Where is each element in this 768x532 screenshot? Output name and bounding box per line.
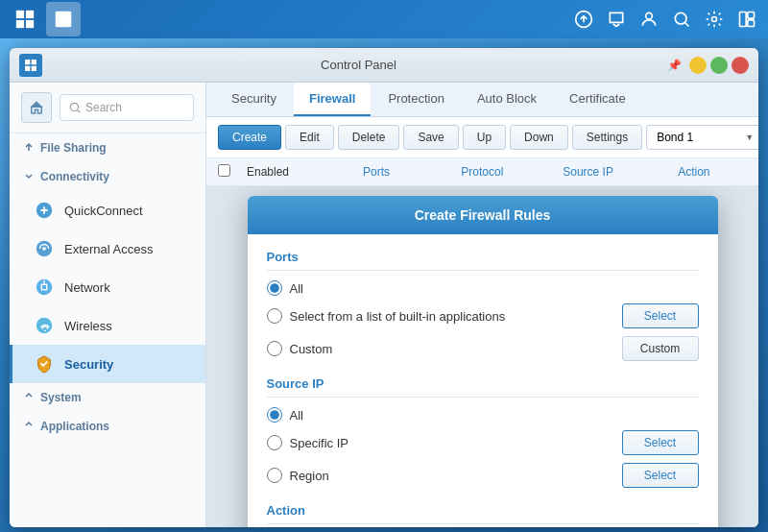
panels-icon[interactable]: [733, 6, 760, 33]
dialog-section-sourceip: Source IP All Specific IP Select: [267, 376, 699, 488]
create-button[interactable]: Create: [218, 125, 281, 150]
sidebar-category-applications[interactable]: Applications: [10, 412, 205, 441]
taskbar: [0, 0, 768, 38]
filesharing-label: File Sharing: [40, 141, 107, 155]
svg-rect-13: [740, 12, 747, 27]
sourceip-all-radio[interactable]: [267, 407, 282, 423]
sidebar-item-externalaccess[interactable]: External Access: [10, 230, 205, 268]
ports-all-label: All: [290, 281, 699, 296]
ports-custom-radio[interactable]: [267, 341, 282, 356]
dialog-overlay: Create Firewall Rules Ports All: [206, 186, 758, 527]
sourceip-region-row: Region Select: [267, 463, 699, 488]
sidebar-section-system: System: [10, 383, 205, 412]
quickconnect-label: QuickConnect: [64, 204, 143, 218]
user-icon[interactable]: [636, 6, 662, 33]
settings-icon[interactable]: [701, 6, 728, 33]
applications-label: Applications: [40, 420, 109, 433]
control-panel-window: Control Panel 📌 Search: [10, 48, 758, 527]
quickconnect-icon: [34, 200, 55, 221]
window-title: Control Panel: [50, 58, 667, 72]
sidebar-item-security[interactable]: Security: [10, 345, 205, 383]
network-icon: [34, 277, 55, 298]
close-button[interactable]: [732, 57, 749, 74]
ports-list-row: Select from a list of built-in applicati…: [267, 303, 699, 328]
ports-list-radio[interactable]: [267, 308, 282, 324]
ports-custom-row: Custom Custom: [267, 336, 699, 361]
table-header: Enabled Ports Protocol Source IP Action: [206, 158, 758, 186]
sidebar-item-quickconnect[interactable]: QuickConnect: [10, 191, 205, 230]
window-body: Search File Sharing Connectivity: [10, 83, 758, 527]
security-icon: [34, 353, 55, 375]
tab-firewall[interactable]: Firewall: [294, 83, 371, 116]
ports-select-button[interactable]: Select: [622, 303, 699, 328]
sourceip-region-label: Region: [290, 469, 614, 483]
settings-button[interactable]: Settings: [572, 125, 642, 150]
content-area: Create Firewall Rules Ports All: [206, 186, 758, 527]
svg-rect-0: [16, 11, 24, 18]
ports-custom-button[interactable]: Custom: [622, 336, 699, 361]
edit-button[interactable]: Edit: [285, 125, 334, 150]
toolbar: Create Edit Delete Save Up Down Settings…: [206, 117, 758, 158]
sidebar-item-network[interactable]: Network: [10, 268, 205, 306]
bond-select-wrapper: Bond 1 Bond 2 LAN 1 LAN 2: [646, 125, 758, 150]
sidebar-category-filesharing[interactable]: File Sharing: [10, 133, 205, 162]
dialog-header: Create Firewall Rules: [248, 196, 718, 234]
tab-protection[interactable]: Protection: [372, 83, 460, 116]
sidebar-section-applications: Applications: [10, 412, 205, 441]
sourceip-all-label: All: [290, 408, 699, 423]
svg-rect-14: [748, 12, 755, 19]
sourceip-specific-radio[interactable]: [267, 435, 282, 450]
security-label: Security: [64, 357, 113, 372]
sidebar-home: Search: [10, 83, 205, 133]
create-firewall-dialog: Create Firewall Rules Ports All: [248, 196, 718, 527]
sourceip-section-title: Source IP: [267, 376, 699, 398]
chat-icon[interactable]: [603, 6, 630, 33]
window-controls: [689, 57, 749, 74]
dialog-body: Ports All Select from a list of built-in…: [248, 234, 718, 527]
sidebar-category-connectivity[interactable]: Connectivity: [10, 162, 205, 191]
delete-button[interactable]: Delete: [338, 125, 400, 150]
grid-icon[interactable]: [8, 2, 42, 36]
svg-point-10: [675, 12, 686, 24]
svg-rect-3: [26, 20, 34, 28]
sourceip-region-button[interactable]: Select: [622, 463, 699, 488]
upload-icon[interactable]: [570, 6, 597, 33]
maximize-button[interactable]: [710, 57, 728, 74]
svg-rect-19: [32, 65, 36, 70]
wireless-icon: [34, 315, 55, 336]
minimize-button[interactable]: [689, 57, 707, 74]
external-access-icon: [34, 238, 55, 259]
ports-all-radio[interactable]: [267, 280, 282, 296]
save-button[interactable]: Save: [403, 125, 458, 150]
search-icon[interactable]: [668, 6, 695, 33]
sourceip-region-radio[interactable]: [267, 468, 282, 483]
ports-section-title: Ports: [267, 250, 699, 271]
sourceip-all-row: All: [267, 407, 699, 423]
pin-button[interactable]: 📌: [667, 59, 682, 72]
svg-point-20: [70, 103, 78, 110]
titlebar: Control Panel 📌: [10, 48, 758, 83]
sourceip-select-button[interactable]: Select: [622, 430, 699, 455]
th-ports: Ports: [324, 165, 429, 179]
dialog-section-action: Action Allow Deny: [267, 503, 699, 527]
home-button[interactable]: [21, 92, 52, 123]
tab-security[interactable]: Security: [216, 83, 292, 116]
bond-select-container: Bond 1 Bond 2 LAN 1 LAN 2: [646, 125, 758, 150]
action-section-title: Action: [267, 503, 699, 524]
up-button[interactable]: Up: [463, 125, 506, 150]
connectivity-label: Connectivity: [40, 170, 109, 183]
down-button[interactable]: Down: [510, 125, 568, 150]
sourceip-specific-row: Specific IP Select: [267, 430, 699, 455]
search-box[interactable]: Search: [60, 94, 194, 121]
sidebar-item-wireless[interactable]: Wireless: [10, 306, 205, 345]
tab-certificate[interactable]: Certificate: [554, 83, 641, 116]
select-all-checkbox[interactable]: [218, 164, 230, 177]
sidebar-category-system[interactable]: System: [10, 383, 205, 412]
tab-autoblock[interactable]: Auto Block: [462, 83, 552, 116]
sidebar-section-filesharing: File Sharing: [10, 133, 205, 162]
search-placeholder: Search: [85, 101, 122, 114]
svg-rect-15: [748, 20, 755, 27]
bond-select[interactable]: Bond 1 Bond 2 LAN 1 LAN 2: [646, 125, 758, 150]
sidebar-section-connectivity: Connectivity QuickConnect External Acces…: [10, 162, 205, 383]
file-icon[interactable]: [46, 2, 81, 36]
